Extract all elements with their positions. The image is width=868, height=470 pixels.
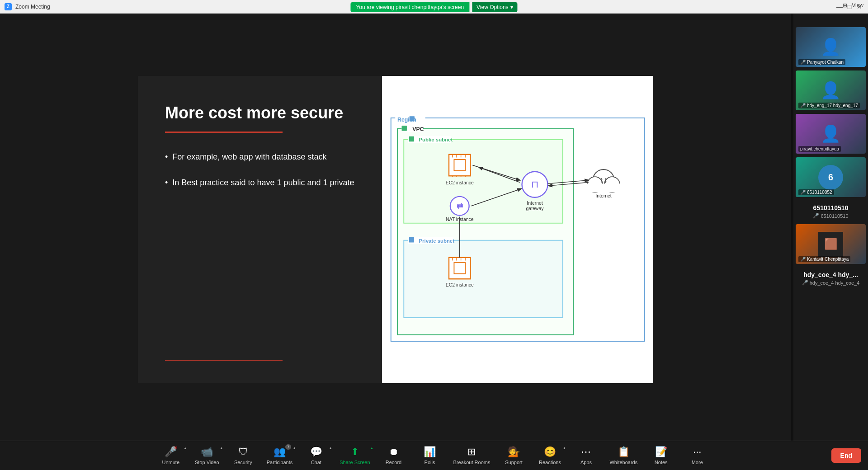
grid-view-button[interactable]: ⊞ bbox=[843, 2, 847, 9]
notes-button[interactable]: 📝 Notes bbox=[643, 443, 679, 468]
whiteboards-button[interactable]: 📋 Whiteboards bbox=[604, 443, 643, 468]
participant-tile: 👤 🎤 hdy_eng_17 hdy_eng_17 bbox=[796, 70, 866, 110]
participant-name: 🎤 Kantavit Chenpittaya bbox=[798, 256, 850, 262]
svg-text:⇄: ⇄ bbox=[457, 202, 463, 211]
polls-label: Polls bbox=[425, 460, 435, 465]
svg-text:⊓: ⊓ bbox=[531, 179, 538, 189]
chevron-up-icon: ▲ bbox=[370, 446, 374, 450]
svg-text:Public subnet: Public subnet bbox=[419, 137, 453, 142]
slide-left-panel: More cost more secure For example, web a… bbox=[138, 76, 382, 383]
participant-tile: 👤 piravit.chenpittayqa bbox=[796, 114, 866, 154]
reactions-button[interactable]: 😊 ▲ Reactions bbox=[532, 443, 568, 468]
share-screen-button[interactable]: ⬆ ▲ Share Screen bbox=[334, 443, 375, 468]
svg-text:EC2 instance: EC2 instance bbox=[446, 282, 474, 287]
stop-video-label: Stop Video bbox=[195, 460, 219, 465]
participant-sub-name: 🎤 6510110510 bbox=[813, 213, 848, 219]
svg-rect-11 bbox=[409, 136, 414, 141]
slide-underline-decoration bbox=[165, 132, 283, 133]
svg-rect-16 bbox=[449, 154, 471, 176]
aws-architecture-diagram: Region VPC Public subnet bbox=[389, 83, 646, 376]
participant-name: 🎤 Panyayot Chaikan bbox=[798, 59, 845, 65]
more-button[interactable]: ··· More bbox=[679, 443, 715, 468]
top-right-controls: ⊞ View bbox=[843, 2, 863, 9]
svg-text:gateway: gateway bbox=[526, 206, 544, 211]
chevron-up-icon: ▲ bbox=[184, 446, 187, 450]
main-area: More cost more secure For example, web a… bbox=[0, 14, 868, 441]
polls-icon: 📊 bbox=[424, 446, 436, 458]
participant-tile: 6 🎤 6510110052 bbox=[796, 157, 866, 197]
breakout-rooms-icon: ⊞ bbox=[467, 446, 476, 458]
zoom-logo: Z bbox=[5, 3, 12, 10]
svg-rect-7 bbox=[402, 126, 407, 131]
name-only-tile: 6510110510 🎤 6510110510 bbox=[796, 204, 866, 219]
participant-tile: 👤 🎤 Panyayot Chaikan bbox=[796, 27, 866, 67]
participants-icon: 👥 7 bbox=[274, 446, 286, 458]
participant-name: 🎤 hdy_eng_17 hdy_eng_17 bbox=[798, 103, 860, 108]
titlebar-title: Zoom Meeting bbox=[15, 4, 50, 10]
mic-off-icon: 🎤 bbox=[802, 280, 808, 286]
slide-bottom-line-decoration bbox=[165, 360, 283, 361]
record-label: Record bbox=[386, 460, 401, 465]
unmute-button[interactable]: 🎤 ✕ ▲ Unmute bbox=[153, 443, 189, 468]
svg-rect-12 bbox=[404, 240, 563, 317]
participant-sub-name: 🎤 hdy_coe_4 hdy_coe_4 bbox=[802, 280, 860, 286]
chevron-up-icon: ▲ bbox=[563, 446, 566, 450]
reactions-icon: 😊 bbox=[544, 446, 556, 458]
name-only-tile: hdy_coe_4 hdy_... 🎤 hdy_coe_4 hdy_coe_4 bbox=[796, 271, 866, 286]
participants-sidebar: 👤 🎤 Panyayot Chaikan 👤 🎤 hdy_eng_17 hdy_… bbox=[793, 14, 868, 441]
participant-tile: 🟫 🎤 Kantavit Chenpittaya bbox=[796, 224, 866, 264]
apps-label: Apps bbox=[580, 460, 592, 465]
chevron-up-icon: ▲ bbox=[292, 446, 296, 450]
svg-rect-15 bbox=[409, 237, 414, 242]
chat-label: Chat bbox=[311, 460, 321, 465]
presentation-area: More cost more secure For example, web a… bbox=[0, 14, 791, 441]
support-label: Support bbox=[505, 460, 523, 465]
breakout-rooms-button[interactable]: ⊞ Breakout Rooms bbox=[448, 443, 496, 468]
microphone-icon: 🎤 ✕ bbox=[165, 446, 177, 458]
participant-display-name: hdy_coe_4 hdy_... bbox=[803, 271, 858, 278]
support-icon: 💁 bbox=[508, 446, 520, 458]
titlebar-left: Z Zoom Meeting bbox=[5, 3, 50, 10]
camera-icon: 📹 bbox=[201, 446, 213, 458]
whiteboards-icon: 📋 bbox=[618, 446, 630, 458]
svg-text:Private subnet: Private subnet bbox=[419, 238, 455, 243]
grid-icon: ⊞ bbox=[843, 2, 847, 9]
security-button[interactable]: 🛡 Security bbox=[225, 443, 261, 468]
mic-off-icon: 🎤 bbox=[800, 103, 806, 108]
view-button[interactable]: View bbox=[852, 2, 863, 9]
svg-rect-34 bbox=[449, 257, 471, 279]
apps-button[interactable]: ⋯ Apps bbox=[568, 443, 604, 468]
security-label: Security bbox=[234, 460, 252, 465]
svg-text:↑↓: ↑↓ bbox=[599, 175, 607, 184]
notification-text: You are viewing piravit chenpittayqa's s… bbox=[350, 2, 469, 12]
apps-icon: ⋯ bbox=[581, 446, 591, 458]
share-screen-label: Share Screen bbox=[340, 460, 370, 465]
mic-off-icon: 🎤 bbox=[813, 213, 819, 219]
notes-icon: 📝 bbox=[655, 446, 667, 458]
support-button[interactable]: 💁 Support bbox=[495, 443, 532, 468]
svg-text:EC2 instance: EC2 instance bbox=[446, 180, 474, 185]
participants-button[interactable]: 👥 7 ▲ Participants bbox=[261, 443, 298, 468]
record-button[interactable]: ⏺ Record bbox=[376, 443, 412, 468]
breakout-rooms-label: Breakout Rooms bbox=[453, 460, 491, 465]
chat-icon: 💬 bbox=[310, 446, 322, 458]
participants-count-badge: 7 bbox=[285, 444, 291, 450]
chat-button[interactable]: 💬 ▲ Chat bbox=[298, 443, 334, 468]
shield-icon: 🛡 bbox=[238, 446, 248, 458]
slide-container: More cost more secure For example, web a… bbox=[138, 76, 653, 383]
participant-display-name: 6510110510 bbox=[813, 204, 849, 212]
svg-text:VPC: VPC bbox=[412, 126, 424, 132]
participants-label: Participants bbox=[267, 460, 292, 465]
polls-button[interactable]: 📊 Polls bbox=[412, 443, 448, 468]
unmute-label: Unmute bbox=[162, 460, 180, 465]
toolbar: 🎤 ✕ ▲ Unmute 📹 ▲ Stop Video 🛡 Security 👥… bbox=[0, 441, 868, 470]
mic-off-icon: 🎤 bbox=[800, 190, 806, 195]
end-meeting-button[interactable]: End bbox=[831, 448, 861, 463]
bullet-item-1: For example, web app with database stack bbox=[165, 151, 364, 163]
stop-video-button[interactable]: 📹 ▲ Stop Video bbox=[189, 443, 225, 468]
bullet-item-2: In Best practice said to have 1 public a… bbox=[165, 177, 364, 189]
participant-name: 🎤 6510110052 bbox=[798, 189, 834, 195]
svg-text:Internet: Internet bbox=[527, 200, 542, 205]
view-options-button[interactable]: View Options ▾ bbox=[472, 2, 517, 12]
slide-title: More cost more secure bbox=[165, 103, 364, 122]
